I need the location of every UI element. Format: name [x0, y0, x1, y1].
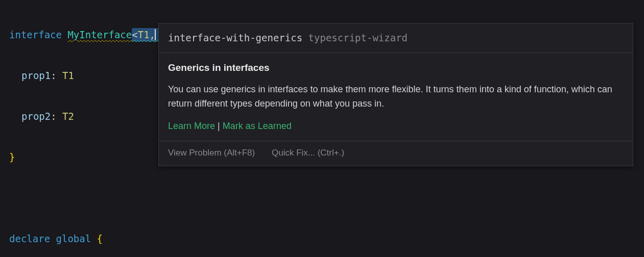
hover-tooltip: interface-with-generics typescript-wizar…	[158, 23, 633, 166]
colon: :	[51, 70, 62, 81]
keyword-declare: declare	[9, 233, 56, 244]
hover-header: interface-with-generics typescript-wizar…	[159, 23, 633, 53]
hover-body: Generics in interfaces You can use gener…	[159, 53, 633, 141]
interface-name: MyInterface	[67, 29, 132, 40]
hover-title: interface-with-generics	[168, 32, 302, 43]
brace-open: {	[91, 233, 103, 244]
code-blank-line[interactable]	[9, 188, 644, 208]
quick-fix-action[interactable]: Quick Fix... (Ctrl+.)	[272, 148, 344, 158]
hover-heading: Generics in interfaces	[168, 60, 624, 75]
learn-more-link[interactable]: Learn More	[168, 121, 215, 131]
hover-links: Learn More | Mark as Learned	[168, 119, 624, 134]
property-name: prop1	[21, 70, 51, 81]
code-line-6[interactable]: declare global {	[9, 228, 644, 249]
property-name: prop2	[21, 111, 51, 122]
brace-close: }	[9, 151, 15, 163]
link-divider: |	[215, 121, 223, 131]
generic-t1: T1	[138, 29, 150, 40]
property-type: T1	[62, 70, 74, 81]
hover-paragraph: You can use generics in interfaces to ma…	[168, 83, 624, 111]
angle-open: <	[132, 29, 137, 40]
colon: :	[51, 111, 62, 122]
hover-source-text: typescript-wizard	[308, 32, 408, 43]
property-type: T2	[62, 111, 74, 122]
keyword-interface: interface	[9, 29, 67, 40]
mark-as-learned-link[interactable]: Mark as Learned	[223, 121, 292, 131]
hover-actions: View Problem (Alt+F8) Quick Fix... (Ctrl…	[159, 141, 633, 166]
view-problem-action[interactable]: View Problem (Alt+F8)	[168, 148, 255, 158]
keyword-global: global	[56, 233, 91, 244]
